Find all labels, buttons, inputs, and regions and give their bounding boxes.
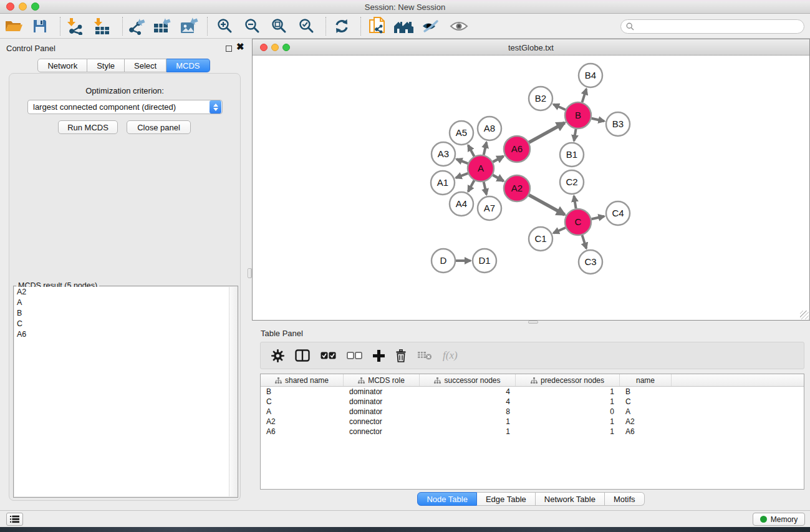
mcds-result-item[interactable]: A2 xyxy=(14,287,229,297)
table-cell[interactable]: 4 xyxy=(420,387,516,396)
table-cell[interactable]: A6 xyxy=(620,427,672,436)
table-cell[interactable]: 1 xyxy=(420,417,516,426)
mcds-result-item[interactable]: A6 xyxy=(14,329,229,340)
show-all-icon[interactable] xyxy=(448,17,470,36)
new-network-from-selection-icon[interactable] xyxy=(366,17,388,36)
edge-A-A2[interactable] xyxy=(493,175,503,181)
graph-node-C1[interactable]: C1 xyxy=(529,227,552,251)
table-cell[interactable]: 8 xyxy=(420,407,516,416)
mcds-result-item[interactable]: C xyxy=(14,319,229,329)
table-cell[interactable]: 1 xyxy=(516,387,620,396)
graph-node-A1[interactable]: A1 xyxy=(431,171,455,195)
edge-A2-C[interactable] xyxy=(529,195,564,215)
graph-node-D[interactable]: D xyxy=(432,249,455,273)
import-network-icon[interactable] xyxy=(64,17,86,36)
table-cell[interactable]: 1 xyxy=(516,417,620,426)
table-cell[interactable]: 4 xyxy=(420,397,516,406)
column-header-shared-name[interactable]: shared name xyxy=(261,374,344,386)
memory-button[interactable]: Memory xyxy=(753,513,805,526)
edge-C-C1[interactable] xyxy=(554,228,566,233)
export-image-icon[interactable] xyxy=(178,17,200,36)
run-mcds-button[interactable]: Run MCDS xyxy=(58,120,118,134)
export-network-icon[interactable] xyxy=(125,17,147,36)
edge-A-A4[interactable] xyxy=(468,180,475,191)
graph-node-A[interactable]: A xyxy=(468,155,494,181)
zoom-in-icon[interactable] xyxy=(214,17,236,36)
graph-node-B1[interactable]: B1 xyxy=(560,143,584,167)
add-column-icon[interactable] xyxy=(373,350,385,362)
edge-A-A6[interactable] xyxy=(493,157,503,162)
graph-node-C3[interactable]: C3 xyxy=(579,250,602,274)
save-session-icon[interactable] xyxy=(29,17,51,36)
search-input[interactable] xyxy=(637,22,804,31)
tab-select[interactable]: Select xyxy=(125,59,166,72)
table-cell[interactable]: B xyxy=(261,387,344,396)
graph-node-A2[interactable]: A2 xyxy=(504,175,530,201)
table-cell[interactable]: A6 xyxy=(261,427,344,436)
tab-network[interactable]: Network xyxy=(37,59,87,72)
tab-mcds[interactable]: MCDS xyxy=(166,59,210,72)
graph-node-A7[interactable]: A7 xyxy=(478,196,501,220)
edge-A6-B[interactable] xyxy=(529,123,564,143)
vertical-splitter[interactable] xyxy=(248,39,252,510)
table-cell[interactable]: 1 xyxy=(516,397,620,406)
graph-node-B2[interactable]: B2 xyxy=(529,87,552,110)
import-table-icon[interactable] xyxy=(90,17,113,36)
graph-node-B3[interactable]: B3 xyxy=(606,112,630,136)
graph-node-B[interactable]: B xyxy=(565,102,591,128)
edge-B-B3[interactable] xyxy=(591,118,604,121)
table-row[interactable]: Cdominator41C xyxy=(261,397,804,407)
table-cell[interactable]: 1 xyxy=(420,427,516,436)
table-cell[interactable]: C xyxy=(261,397,344,406)
search-box[interactable] xyxy=(620,19,804,34)
table-row[interactable]: Adominator80A xyxy=(261,407,804,417)
graph-node-C2[interactable]: C2 xyxy=(560,170,584,194)
edge-B-B2[interactable] xyxy=(554,104,566,110)
export-table-icon[interactable] xyxy=(151,17,173,36)
network-window-titlebar[interactable]: testGlobe.txt xyxy=(253,39,809,56)
optimization-criterion-select[interactable]: largest connected component (directed) xyxy=(27,100,223,114)
table-cell[interactable]: A2 xyxy=(261,417,344,426)
table-cell[interactable]: 1 xyxy=(516,427,620,436)
zoom-selected-icon[interactable] xyxy=(296,17,318,36)
deselect-all-icon[interactable] xyxy=(347,352,362,359)
zoom-fit-icon[interactable] xyxy=(268,17,291,36)
table-cell[interactable]: B xyxy=(620,387,672,396)
edge-C-C3[interactable] xyxy=(582,235,587,249)
close-panel-icon[interactable]: ✖ xyxy=(236,42,244,51)
select-all-icon[interactable] xyxy=(321,352,336,359)
edge-B-B4[interactable] xyxy=(582,89,587,102)
table-cell[interactable]: A xyxy=(261,407,344,416)
graph-node-D1[interactable]: D1 xyxy=(473,249,496,273)
graph-node-C[interactable]: C xyxy=(565,209,591,235)
refresh-icon[interactable] xyxy=(330,17,353,36)
show-hide-columns-icon[interactable] xyxy=(295,349,310,362)
network-graph[interactable]: B4B2BB3A8A5A6A3B1AA1C2A2A4A7C4CC1C3DD1 xyxy=(253,56,809,320)
column-header-predecessor-nodes[interactable]: predecessor nodes xyxy=(516,374,620,386)
table-cell[interactable]: A xyxy=(620,407,672,416)
graph-node-A3[interactable]: A3 xyxy=(432,142,455,166)
edge-A-A5[interactable] xyxy=(468,145,475,157)
column-header-name[interactable]: name xyxy=(620,374,672,386)
graph-node-A4[interactable]: A4 xyxy=(450,192,473,216)
first-neighbors-icon[interactable] xyxy=(392,17,415,36)
tab-style[interactable]: Style xyxy=(87,59,125,72)
table-cell[interactable]: dominator xyxy=(344,387,420,396)
mcds-result-item[interactable]: A xyxy=(14,297,229,308)
graph-node-C4[interactable]: C4 xyxy=(606,201,630,225)
table-row[interactable]: A6connector11A6 xyxy=(261,427,804,437)
graph-node-A5[interactable]: A5 xyxy=(450,121,473,145)
table-cell[interactable]: connector xyxy=(344,427,420,436)
window-resize-grip[interactable] xyxy=(800,311,809,319)
delete-column-icon[interactable] xyxy=(395,349,407,362)
hide-selected-icon[interactable] xyxy=(419,17,441,36)
mcds-result-list[interactable]: A2ABCA6 xyxy=(14,287,229,496)
edge-A-A3[interactable] xyxy=(456,159,468,163)
edge-C-C2[interactable] xyxy=(574,196,576,208)
table-cell[interactable]: C xyxy=(620,397,672,406)
table-cell[interactable]: dominator xyxy=(344,407,420,416)
table-cell[interactable]: dominator xyxy=(344,397,420,406)
tab-node-table[interactable]: Node Table xyxy=(417,492,477,506)
tab-network-table[interactable]: Network Table xyxy=(536,492,605,506)
tab-edge-table[interactable]: Edge Table xyxy=(477,492,536,506)
